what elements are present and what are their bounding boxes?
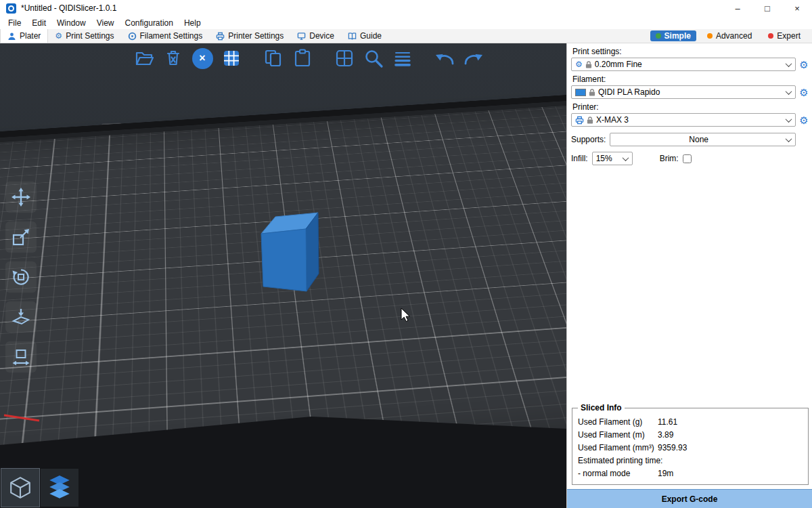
menu-window[interactable]: Window — [51, 18, 91, 28]
view-switch — [1, 469, 78, 507]
measure-tool-button[interactable] — [5, 341, 37, 373]
advanced-mode-dot-icon — [707, 33, 713, 39]
estimated-time-label: Estimated printing time: — [578, 455, 803, 466]
mode-expert-label: Expert — [777, 31, 800, 41]
editor-view-button[interactable] — [1, 469, 39, 507]
used-filament-m-value: 3.89 — [658, 429, 673, 440]
delete-all-icon: × — [192, 48, 213, 69]
maximize-button[interactable]: □ — [752, 0, 782, 16]
undo-button[interactable] — [433, 47, 456, 70]
window-controls: – □ × — [723, 0, 812, 16]
tab-guide-label: Guide — [360, 31, 382, 41]
close-button[interactable]: × — [782, 0, 812, 16]
place-on-face-tool-button[interactable] — [5, 301, 37, 333]
split-button[interactable] — [333, 47, 356, 70]
infill-label: Infill: — [571, 154, 588, 163]
chevron-down-icon — [786, 60, 792, 67]
sliced-info-row: - normal mode 19m — [578, 468, 803, 479]
mode-simple[interactable]: Simple — [650, 30, 696, 41]
rotate-icon — [11, 267, 31, 287]
tab-plater-label: Plater — [20, 31, 41, 41]
printer-value: X-MAX 3 — [596, 115, 784, 125]
copy-button[interactable] — [262, 47, 285, 70]
move-tool-button[interactable] — [5, 182, 37, 213]
preset-gear-icon: ⚙ — [575, 60, 583, 68]
scale-tool-button[interactable] — [5, 221, 37, 253]
menu-edit[interactable]: Edit — [26, 18, 51, 28]
sliced-info-box: Sliced Info Used Filament (g) 11.61 Used… — [572, 408, 809, 485]
delete-all-button[interactable]: × — [191, 47, 214, 70]
window-title: *Untitled - QIDISlicer-1.0.1 — [21, 3, 116, 13]
filament-color-swatch — [575, 89, 586, 96]
printer-icon — [575, 116, 584, 125]
supports-value: None — [614, 135, 784, 144]
tab-filament-settings[interactable]: Filament Settings — [121, 29, 210, 43]
tab-device-label: Device — [309, 31, 334, 41]
preview-view-button[interactable] — [41, 469, 78, 507]
tab-print-settings-label: Print Settings — [66, 31, 114, 41]
edit-filament-gear-icon[interactable]: ⚙ — [798, 87, 809, 98]
rotate-tool-button[interactable] — [5, 261, 37, 293]
printer-settings-icon — [216, 32, 225, 41]
chevron-down-icon — [786, 88, 792, 95]
print-settings-label: Print settings: — [572, 47, 807, 56]
search-icon — [363, 48, 384, 68]
supports-row: Supports: None — [571, 133, 796, 146]
app-logo-icon — [6, 3, 16, 14]
plater-toolbar: × — [133, 47, 485, 70]
printer-combobox[interactable]: X-MAX 3 — [571, 113, 796, 127]
viewport-3d[interactable]: × — [0, 43, 566, 508]
normal-mode-label: - normal mode — [578, 468, 658, 479]
menu-help[interactable]: Help — [179, 18, 206, 28]
sliced-info-row: Estimated printing time: — [578, 455, 803, 466]
redo-button[interactable] — [462, 47, 485, 70]
paste-button[interactable] — [291, 47, 314, 70]
menu-file[interactable]: File — [3, 18, 26, 28]
used-filament-g-value: 11.61 — [658, 417, 677, 427]
chevron-down-icon — [786, 135, 792, 142]
mode-expert[interactable]: Expert — [763, 30, 806, 41]
tab-device[interactable]: Device — [290, 29, 341, 43]
sliced-info-row: Used Filament (g) 11.61 — [578, 417, 803, 427]
export-gcode-button[interactable]: Export G-code — [567, 489, 812, 508]
edit-print-settings-gear-icon[interactable]: ⚙ — [798, 60, 809, 70]
lock-icon — [587, 116, 593, 125]
print-settings-row: ⚙ 0.20mm Fine ⚙ — [571, 58, 809, 71]
tab-guide[interactable]: Guide — [341, 29, 388, 43]
print-settings-combobox[interactable]: ⚙ 0.20mm Fine — [571, 58, 796, 71]
edit-printer-gear-icon[interactable]: ⚙ — [798, 115, 809, 125]
tab-printer-settings-label: Printer Settings — [228, 31, 284, 41]
move-icon — [11, 187, 31, 207]
expert-mode-dot-icon — [768, 33, 773, 39]
used-filament-mm3-label: Used Filament (mm³) — [578, 442, 658, 453]
qidislicer-window: *Untitled - QIDISlicer-1.0.1 – □ × File … — [0, 0, 812, 508]
mode-advanced[interactable]: Advanced — [702, 30, 757, 41]
scale-icon — [11, 227, 31, 247]
cube-view-icon — [8, 475, 32, 500]
variable-layer-height-button[interactable] — [391, 47, 414, 70]
simple-mode-dot-icon — [656, 33, 661, 39]
supports-combobox[interactable]: None — [610, 133, 796, 146]
tab-printer-settings[interactable]: Printer Settings — [209, 29, 290, 43]
delete-button[interactable] — [162, 47, 185, 70]
search-button[interactable] — [362, 47, 385, 70]
brim-checkbox[interactable] — [683, 154, 692, 163]
menu-view[interactable]: View — [91, 18, 120, 28]
split-icon — [334, 48, 355, 68]
guide-icon — [348, 32, 357, 41]
normal-mode-value: 19m — [658, 468, 673, 479]
minimize-button[interactable]: – — [723, 0, 752, 16]
arrange-icon — [221, 48, 242, 68]
filament-combobox[interactable]: QIDI PLA Rapido — [571, 85, 796, 99]
menubar: File Edit Window View Configuration Help — [0, 16, 812, 29]
filament-value: QIDI PLA Rapido — [598, 87, 784, 97]
open-button[interactable] — [133, 47, 156, 70]
chevron-down-icon — [786, 116, 792, 123]
arrange-button[interactable] — [220, 47, 243, 70]
tab-plater[interactable]: Plater — [0, 29, 48, 43]
redo-icon — [463, 49, 484, 68]
tab-print-settings[interactable]: ⚙ Print Settings — [48, 29, 120, 43]
infill-combobox[interactable]: 15% — [592, 152, 633, 165]
menu-configuration[interactable]: Configuration — [120, 18, 179, 28]
print-settings-icon: ⚙ — [55, 32, 62, 40]
